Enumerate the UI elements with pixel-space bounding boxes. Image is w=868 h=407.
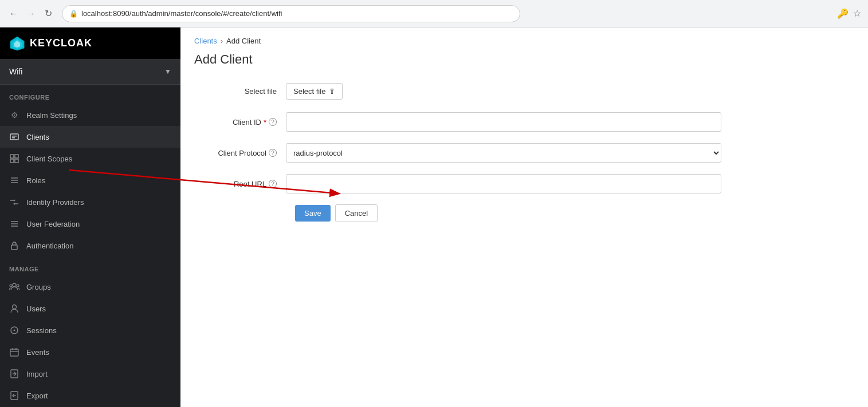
browser-chrome: ← → ↻ 🔒 localhost:8090/auth/admin/master… <box>0 0 868 27</box>
manage-section-title: Manage <box>0 256 180 276</box>
svg-rect-20 <box>11 245 17 250</box>
svg-point-21 <box>13 283 16 287</box>
address-bar[interactable]: 🔒 localhost:8090/auth/admin/master/conso… <box>62 5 520 22</box>
svg-rect-8 <box>10 159 14 163</box>
sidebar-label-realm-settings: Realm Settings <box>26 111 77 120</box>
client-id-help-icon[interactable]: ? <box>269 118 277 126</box>
select-file-button[interactable]: Select file ⇧ <box>286 83 343 100</box>
svg-rect-7 <box>15 155 18 158</box>
required-star: * <box>264 118 266 127</box>
sidebar-label-authentication: Authentication <box>26 242 73 250</box>
page-title: Add Client <box>180 45 868 81</box>
svg-rect-6 <box>10 155 14 158</box>
sidebar-item-import[interactable]: Import <box>0 363 180 385</box>
form-actions: Save Cancel <box>194 204 854 222</box>
key-icon[interactable]: 🔑 <box>837 8 849 19</box>
svg-point-26 <box>14 330 15 331</box>
root-url-control <box>286 174 721 193</box>
sidebar-header: KEYCLOAK <box>0 27 180 59</box>
svg-rect-5 <box>12 137 15 139</box>
url-text: localhost:8090/auth/admin/master/console… <box>81 9 282 18</box>
client-id-label: Client ID * ? <box>194 118 286 127</box>
client-protocol-help-icon[interactable]: ? <box>269 149 277 157</box>
breadcrumb-clients-link[interactable]: Clients <box>194 37 217 45</box>
sidebar-item-realm-settings[interactable]: ⚙ Realm Settings <box>0 104 180 126</box>
groups-icon <box>9 282 19 292</box>
root-url-help-icon[interactable]: ? <box>269 180 277 188</box>
svg-rect-4 <box>12 136 17 137</box>
main-content: Clients › Add Client Add Client Select f… <box>180 27 868 407</box>
svg-point-23 <box>17 284 19 287</box>
users-icon <box>9 303 19 314</box>
sidebar-item-identity-providers[interactable]: Identity Providers <box>0 191 180 213</box>
back-button[interactable]: ← <box>7 7 21 21</box>
sidebar-label-roles: Roles <box>26 176 45 185</box>
import-control: Select file ⇧ <box>286 83 721 100</box>
realm-name: Wifi <box>9 67 22 76</box>
upload-icon: ⇧ <box>329 87 335 96</box>
sidebar-item-export[interactable]: Export <box>0 385 180 406</box>
bookmark-icon[interactable]: ☆ <box>853 8 861 19</box>
breadcrumb-separator: › <box>221 37 223 45</box>
import-form-group: Select file Select file ⇧ <box>194 81 854 101</box>
sessions-icon <box>9 325 19 335</box>
sidebar-item-users[interactable]: Users <box>0 298 180 319</box>
user-federation-icon <box>9 219 19 229</box>
sidebar-label-groups: Groups <box>26 283 51 291</box>
lock-icon: 🔒 <box>69 10 78 18</box>
sidebar-item-groups[interactable]: Groups <box>0 276 180 298</box>
chevron-down-icon: ▼ <box>164 68 171 76</box>
save-button[interactable]: Save <box>295 205 331 222</box>
realm-selector[interactable]: Wifi ▼ <box>0 59 180 85</box>
sidebar-item-events[interactable]: Events <box>0 341 180 363</box>
root-url-label: Root URL ? <box>194 180 286 188</box>
realm-settings-icon: ⚙ <box>9 110 19 120</box>
sidebar-label-users: Users <box>26 305 46 313</box>
logo-text: KEYCLOAK <box>30 37 92 49</box>
root-url-input[interactable] <box>286 174 721 193</box>
nav-buttons: ← → ↻ <box>7 7 55 21</box>
svg-point-22 <box>10 284 12 287</box>
sidebar-item-client-scopes[interactable]: Client Scopes <box>0 148 180 169</box>
sidebar-label-identity-providers: Identity Providers <box>26 198 84 207</box>
sidebar-label-export: Export <box>26 392 48 400</box>
logo-icon <box>9 35 25 52</box>
sidebar-item-sessions[interactable]: Sessions <box>0 319 180 341</box>
sidebar-item-roles[interactable]: Roles <box>0 169 180 191</box>
authentication-icon <box>9 240 19 251</box>
sidebar: KEYCLOAK Wifi ▼ Configure ⚙ Realm Settin… <box>0 27 180 407</box>
sidebar-label-sessions: Sessions <box>26 326 57 335</box>
client-protocol-form-group: Client Protocol ? openid-connect saml ra… <box>194 143 854 163</box>
configure-section-title: Configure <box>0 85 180 104</box>
export-icon <box>9 390 19 401</box>
svg-rect-27 <box>10 349 18 356</box>
breadcrumb: Clients › Add Client <box>180 27 868 45</box>
forward-button[interactable]: → <box>24 7 38 21</box>
sidebar-item-clients[interactable]: Clients <box>0 126 180 148</box>
cancel-button[interactable]: Cancel <box>335 204 378 222</box>
client-protocol-control: openid-connect saml radius-protocol <box>286 143 721 163</box>
breadcrumb-current: Add Client <box>226 37 261 45</box>
sidebar-item-user-federation[interactable]: User Federation <box>0 213 180 235</box>
roles-icon <box>9 175 19 185</box>
sidebar-label-clients: Clients <box>26 133 49 141</box>
client-id-form-group: Client ID * ? <box>194 112 854 132</box>
svg-rect-9 <box>15 159 18 163</box>
svg-point-24 <box>13 305 17 309</box>
import-icon <box>9 369 19 379</box>
add-client-form: Select file Select file ⇧ Client ID * ? <box>180 81 868 222</box>
client-id-input[interactable] <box>286 112 721 132</box>
identity-providers-icon <box>9 197 19 207</box>
root-url-form-group: Root URL ? <box>194 173 854 194</box>
sidebar-label-events: Events <box>26 348 49 357</box>
reload-button[interactable]: ↻ <box>41 7 55 21</box>
sidebar-label-client-scopes: Client Scopes <box>26 155 72 163</box>
select-file-label: Select file <box>293 87 325 96</box>
svg-marker-14 <box>14 199 15 201</box>
keycloak-logo: KEYCLOAK <box>9 35 92 52</box>
clients-icon <box>9 132 19 142</box>
sidebar-item-authentication[interactable]: Authentication <box>0 235 180 256</box>
client-protocol-select[interactable]: openid-connect saml radius-protocol <box>286 143 721 163</box>
import-label: Select file <box>194 87 286 96</box>
svg-marker-16 <box>13 203 15 205</box>
